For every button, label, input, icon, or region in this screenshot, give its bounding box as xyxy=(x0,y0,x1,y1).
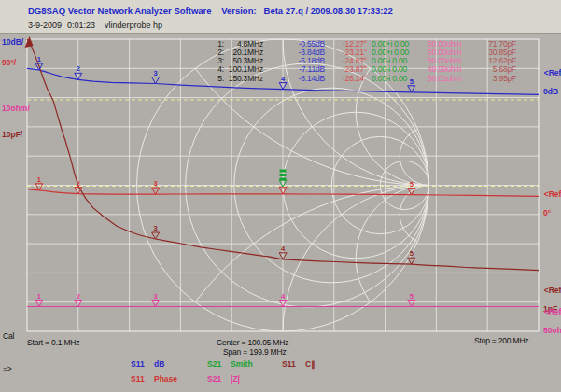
marker-row-3: 3: 50.3MHz -5.18dB -24.67° 0.00-i 0.00 5… xyxy=(0,57,561,65)
legend-type: dB xyxy=(154,359,164,369)
scale-label-pf[interactable]: 10pF/ xyxy=(2,130,22,139)
start-freq-label[interactable]: Start = 0.1 MHz xyxy=(27,338,79,347)
marker-phase: -23.87° xyxy=(333,65,367,74)
legend-param: S11 xyxy=(131,359,154,369)
marker-label-2: 2 xyxy=(77,179,80,188)
legend-param: S11 xyxy=(131,374,154,384)
marker-label-5: 5 xyxy=(410,292,414,301)
marker-phase: -26.24° xyxy=(333,75,367,83)
sweep-arrow[interactable]: => xyxy=(3,364,12,373)
legend-param: S21 xyxy=(207,359,231,369)
marker-label-5: 5 xyxy=(410,180,414,189)
marker-label-3: 3 xyxy=(154,292,158,301)
vnwa-window: { "header": { "title": "DG8SAQ Vector Ne… xyxy=(0,0,561,392)
date-label: 3-9-2009 xyxy=(28,21,62,30)
legend-type: Smith xyxy=(231,359,253,369)
marker-db: -8.14dB xyxy=(290,75,325,83)
ref2-value: 0° xyxy=(540,208,561,217)
legend-type: Phase xyxy=(154,374,177,384)
marker-pf: 5.68pF xyxy=(477,65,516,74)
marker-freq: 100.1MHz xyxy=(225,65,263,74)
ref4-value: 50ohm xyxy=(540,326,561,335)
legend-s21-smith[interactable]: S21Smith xyxy=(207,359,253,369)
marker-freq: 150.3MHz xyxy=(225,75,263,83)
marker-row-5: 5: 150.3MHz -8.14dB -26.24° 0.00-i 0.00 … xyxy=(0,75,561,83)
legend-s11-phase[interactable]: S11Phase xyxy=(131,374,177,384)
span-freq-label[interactable]: Span = 199.9 MHz xyxy=(223,347,286,357)
ref2-name: <Ref2 xyxy=(544,189,561,199)
ref5-name: <Ref5 xyxy=(544,286,561,295)
title-bar: DG8SAQ Vector Network Analyzer Software … xyxy=(0,0,561,34)
app-title: DG8SAQ Vector Network Analyzer Software … xyxy=(28,6,393,16)
marker-label-1: 1 xyxy=(37,292,41,301)
device-label: vlinderprobe hp xyxy=(105,21,162,30)
marker-smith: 0.00-i 0.00 xyxy=(372,65,420,74)
time-label: 0:01:23 xyxy=(67,21,95,30)
marker-ohm: 49.99ohm xyxy=(428,65,469,74)
marker-number: 5: xyxy=(209,75,224,83)
marker-ohm: 50.01ohm xyxy=(428,75,469,83)
marker-number: 4: xyxy=(209,65,224,74)
legend-param: S11 xyxy=(282,359,305,369)
legend-param: S21 xyxy=(207,374,231,384)
scale-label-ohm[interactable]: 10ohm/ xyxy=(2,104,30,113)
legend-s21-z[interactable]: S21|Z| xyxy=(207,374,240,384)
ref4-name: <Ref4 xyxy=(544,307,561,316)
center-freq-label[interactable]: Center = 100.05 MHz xyxy=(217,338,288,347)
marker-label-5: 5 xyxy=(410,249,414,258)
marker-label-1: 1 xyxy=(37,175,41,184)
cal-button[interactable]: Cal xyxy=(3,331,14,341)
marker-label-3: 3 xyxy=(154,224,158,232)
marker-row-2: 2: 20.1MHz -3.84dB -23.21° 0.00+i 0.00 5… xyxy=(0,49,561,57)
legend-s11-db[interactable]: S11dB xyxy=(131,359,164,369)
ref2-label[interactable]: <Ref2 0° xyxy=(540,180,561,227)
marker-row-4: 4: 100.1MHz -7.11dB -23.87° 0.00-i 0.00 … xyxy=(0,65,561,74)
marker-pf: 3.95pF xyxy=(477,75,516,83)
marker-label-2: 2 xyxy=(77,292,80,301)
marker-smith: 0.00-i 0.00 xyxy=(372,75,420,83)
legend-s11-cpar[interactable]: S11C∥ xyxy=(282,359,315,369)
legend-type: C∥ xyxy=(305,359,315,369)
stop-freq-label[interactable]: Stop = 200 MHz xyxy=(474,336,528,345)
ref4-label[interactable]: <Ref4 50ohm xyxy=(540,298,561,344)
marker-label-3: 3 xyxy=(154,179,158,188)
marker-db: -7.11dB xyxy=(290,65,325,74)
ref1-value: 0dB xyxy=(540,87,561,96)
legend-type: |Z| xyxy=(231,374,240,384)
marker-row-1: 1: 4.8MHz -0.55dB -12.27° 0.00+i 0.00 50… xyxy=(0,40,561,49)
